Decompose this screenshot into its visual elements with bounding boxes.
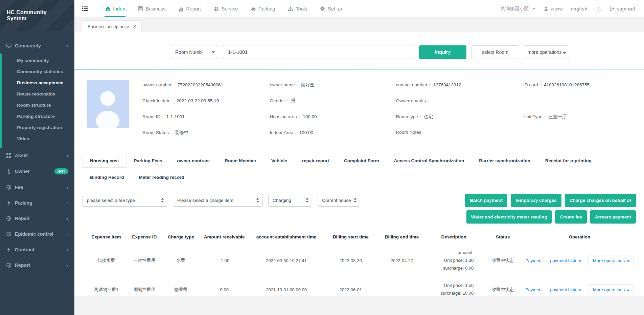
cell-charge-type: 物业费 <box>163 277 199 296</box>
batch-payment-button[interactable]: Batch payment <box>465 194 507 207</box>
nav-item-index[interactable]: Index <box>105 0 125 17</box>
chevron-right-icon <box>67 43 68 48</box>
select-room-button[interactable]: select Room <box>471 45 519 59</box>
temporary-charges-button[interactable]: temporary charges <box>511 194 561 207</box>
sidebar-item-label: Report <box>15 262 30 268</box>
sidebar-menu: Community My community Community statist… <box>0 38 74 273</box>
bar-chart-icon <box>178 6 184 12</box>
grid-icon <box>6 153 12 158</box>
nav-item-label: Tools <box>296 6 307 12</box>
sidebar-item-house-renovation[interactable]: House renovation <box>2 88 74 100</box>
chevron-down-icon <box>627 290 629 291</box>
tab-vehicle[interactable]: Vehicle <box>264 154 295 168</box>
tab-barrier-sync[interactable]: Barrier synchronization <box>472 154 538 168</box>
row-more-operations-dropdown[interactable]: More operations <box>589 284 634 295</box>
nav-item-parking[interactable]: Parking <box>250 0 276 17</box>
meter-reading-button[interactable]: Water and electricity meter reading <box>466 210 552 224</box>
tab-complaint-form[interactable]: Complaint Form <box>337 154 387 168</box>
tab-parking-fees[interactable]: Parking Fees <box>127 154 170 168</box>
sidebar-item-community[interactable]: Community <box>0 38 74 54</box>
cell-expense-id: 周期性费用 <box>126 277 163 296</box>
sidebar-item-owner[interactable]: Owner HOT <box>0 163 74 180</box>
tab-owner-contract[interactable]: owner contract <box>170 154 217 168</box>
owner-fields: owner number：772022032285430061 owner na… <box>142 80 636 136</box>
cell-status: 收费中状态 <box>482 277 523 296</box>
sidebar-item-parking-structure[interactable]: Parking structure <box>2 111 74 122</box>
tab-meter-reading-record[interactable]: Meter reading record <box>132 170 192 184</box>
sidebar-item-contract[interactable]: Contract <box>0 242 74 257</box>
search-type-select[interactable]: Room Numb <box>171 45 218 59</box>
tab-access-control-sync[interactable]: Access Control Synchronization <box>386 154 472 168</box>
tab-label: Business acceptance <box>88 24 129 29</box>
sidebar: HC Community System Community My communi… <box>0 0 74 315</box>
sidebar-item-business-acceptance[interactable]: Business acceptance <box>2 77 74 88</box>
payment-history-link[interactable]: payment history <box>550 287 581 292</box>
sign-out-label: sign out <box>617 6 635 12</box>
sidebar-item-property-registration[interactable]: Property registration <box>2 122 74 133</box>
sidebar-item-room-structure[interactable]: Room structure <box>2 100 74 111</box>
sign-out-button[interactable]: sign out <box>610 6 635 12</box>
room-number-input[interactable] <box>223 45 414 59</box>
tab-receipt-reprinting[interactable]: Receipt for reprinting <box>538 154 599 168</box>
sidebar-item-fee[interactable]: Fee <box>0 180 74 195</box>
more-operations-dropdown[interactable]: more operations <box>524 45 569 59</box>
user-menu[interactable]: wuxw <box>544 6 563 12</box>
payment-link[interactable]: Payment <box>525 287 543 292</box>
nav-item-tools[interactable]: Tools <box>287 0 308 17</box>
close-icon[interactable] <box>133 24 136 29</box>
nav-item-business[interactable]: Business <box>137 0 166 17</box>
language-switch[interactable]: english <box>571 6 588 12</box>
nav-item-set-up[interactable]: Set up <box>319 0 343 17</box>
sidebar-item-parking[interactable]: Parking <box>0 195 74 211</box>
tab-room-member[interactable]: Room Member <box>217 154 264 168</box>
field-owner-number: owner number：772022032285430061 <box>142 82 270 88</box>
house-scope-select[interactable]: Current house <box>318 194 360 207</box>
sidebar-item-my-community[interactable]: My community <box>2 55 74 66</box>
fee-type-select[interactable]: please select a fee type <box>83 194 167 207</box>
col-status: Status <box>482 230 523 244</box>
sidebar-item-asset[interactable]: Asset <box>0 148 74 163</box>
nav-item-report[interactable]: Report <box>178 0 202 17</box>
table-header-row: Expense item Expense ID Charge type Amou… <box>87 230 636 244</box>
sidebar-item-report[interactable]: Report <box>0 257 74 273</box>
menu-toggle-icon[interactable] <box>82 0 88 17</box>
field-gender: Gender：男 <box>270 98 396 104</box>
community-selector[interactable]: 美满家园小区 <box>501 6 535 12</box>
sidebar-item-label: Repair <box>15 216 30 221</box>
tab-repair-report[interactable]: repair report <box>295 154 337 168</box>
nav-item-service[interactable]: Service <box>213 0 238 17</box>
col-account-establishment-time: account establishment time <box>250 230 323 244</box>
charge-on-behalf-button[interactable]: Charge charges on behalf of <box>565 194 636 207</box>
payment-link[interactable]: Payment <box>525 258 543 263</box>
col-billing-end-time: Billing end time <box>378 230 426 244</box>
tab-binding-record[interactable]: Binding Record <box>83 170 132 184</box>
create-fee-button[interactable]: Create fee <box>555 210 586 224</box>
help-icon[interactable] <box>596 6 601 12</box>
nav-item-label: Set up <box>328 6 342 12</box>
sidebar-item-epidemic-control[interactable]: Epidemic control <box>0 226 74 242</box>
action-buttons: Batch payment temporary charges Charge c… <box>384 194 636 224</box>
globe-icon <box>6 231 12 237</box>
tab-housing-cost[interactable]: Housing cost <box>83 154 127 168</box>
gear-icon <box>320 6 325 12</box>
globe-icon <box>6 216 12 221</box>
chevron-right-icon <box>67 185 68 190</box>
owner-avatar <box>87 80 129 128</box>
charging-status-select[interactable]: Charging <box>268 194 312 207</box>
tab-business-acceptance[interactable]: Business acceptance <box>82 20 142 32</box>
arrears-payment-button[interactable]: Arrears payment <box>590 210 636 224</box>
cell-billing-end: - <box>378 277 426 296</box>
sidebar-item-community-statistics[interactable]: Community statistics <box>2 66 74 77</box>
top-navbar: Index Business Report Service <box>74 0 644 18</box>
bolt-icon <box>6 247 12 252</box>
chevron-right-icon <box>67 201 68 206</box>
detail-tabs: Housing cost Parking Fees owner contract… <box>83 154 636 184</box>
inquiry-button[interactable]: Inquiry <box>419 45 466 59</box>
community-submenu: My community Community statistics Busine… <box>0 54 74 148</box>
charge-item-select[interactable]: Please select a charge item <box>173 194 263 207</box>
payment-history-link[interactable]: payment history <box>550 258 581 263</box>
row-more-operations-dropdown[interactable]: More operations <box>589 255 634 266</box>
sidebar-item-repair[interactable]: Repair <box>0 211 74 226</box>
cell-established: 2021-10-01 00:00:00 <box>250 277 323 296</box>
sidebar-item-video[interactable]: Video <box>2 133 74 144</box>
